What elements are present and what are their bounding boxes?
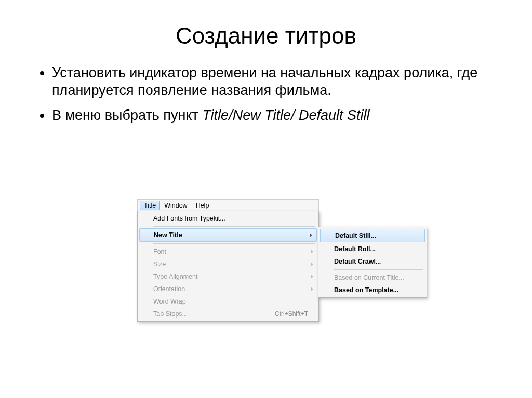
menu-item-new-title[interactable]: New Title <box>139 228 317 242</box>
chevron-right-icon <box>311 275 313 279</box>
menu-item-orientation[interactable]: Orientation <box>139 283 317 295</box>
chevron-right-icon <box>311 262 313 266</box>
submenu-item-based-on-template[interactable]: Based on Template... <box>320 284 425 296</box>
chevron-right-icon <box>311 287 313 291</box>
menu-item-type-alignment[interactable]: Type Alignment <box>139 270 317 283</box>
menu-label-add-fonts: Add Fonts from Typekit... <box>153 215 225 222</box>
chevron-right-icon <box>311 250 313 254</box>
chevron-right-icon <box>310 233 312 237</box>
submenu-item-default-roll[interactable]: Default Roll... <box>320 243 425 255</box>
title-dropdown: Add Fonts from Typekit... New Title Font… <box>137 211 319 322</box>
body-list: Установить индикатор времени на начальны… <box>31 64 501 124</box>
menu-label-size: Size <box>153 260 166 268</box>
menubar: Title Window Help <box>137 199 319 211</box>
bullet-1: Установить индикатор времени на начальны… <box>52 64 501 100</box>
menu-label-tab-stops: Tab Stops... <box>153 310 188 318</box>
menu-item-word-wrap[interactable]: Word Wrap <box>139 295 317 308</box>
bullet-2-italic: Title/New Title/ Default Still <box>202 107 369 123</box>
menubar-item-help[interactable]: Help <box>192 201 214 210</box>
menu-separator <box>153 243 315 244</box>
new-title-submenu: Default Still... Default Roll... Default… <box>318 227 427 298</box>
menu-separator <box>153 226 315 227</box>
submenu-label-based-on-template: Based on Template... <box>334 286 398 294</box>
menu-label-type-alignment: Type Alignment <box>153 273 197 280</box>
menu-label-orientation: Orientation <box>153 285 185 293</box>
submenu-label-default-crawl: Default Crawl... <box>334 258 381 265</box>
submenu-label-default-still: Default Still... <box>335 232 376 239</box>
slide: Создание титров Установить индикатор вре… <box>0 0 532 398</box>
menu-screenshot: Title Window Help Add Fonts from Typekit… <box>137 199 319 322</box>
bullet-2: В меню выбрать пункт Title/New Title/ De… <box>52 107 501 125</box>
menu-label-word-wrap: Word Wrap <box>153 298 186 305</box>
submenu-item-default-crawl[interactable]: Default Crawl... <box>320 255 425 268</box>
submenu-item-default-still[interactable]: Default Still... <box>320 229 425 242</box>
menu-label-new-title: New Title <box>154 231 182 239</box>
menu-item-tab-stops[interactable]: Tab Stops... Ctrl+Shift+T <box>139 308 317 320</box>
submenu-item-based-on-current[interactable]: Based on Current Title... <box>320 271 425 284</box>
menu-label-font: Font <box>153 248 166 255</box>
bullet-2-text: В меню выбрать пункт <box>52 107 202 123</box>
submenu-label-based-on-current: Based on Current Title... <box>334 274 404 281</box>
menu-item-size[interactable]: Size <box>139 258 317 270</box>
menu-item-font[interactable]: Font <box>139 245 317 258</box>
menu-separator <box>334 269 423 270</box>
menu-shortcut-tab-stops: Ctrl+Shift+T <box>275 310 308 318</box>
submenu-label-default-roll: Default Roll... <box>334 245 376 253</box>
slide-title: Создание титров <box>0 0 532 49</box>
menubar-item-window[interactable]: Window <box>160 201 191 210</box>
menu-item-add-fonts[interactable]: Add Fonts from Typekit... <box>139 212 317 225</box>
menubar-item-title[interactable]: Title <box>140 201 160 210</box>
